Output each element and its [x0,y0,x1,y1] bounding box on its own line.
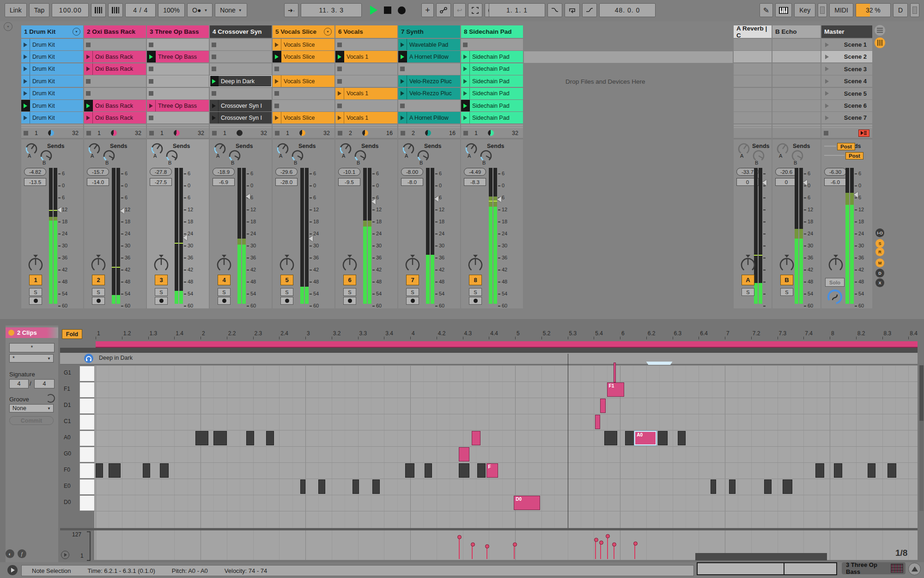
piano-key[interactable] [79,398,95,414]
send-b-knob[interactable] [290,148,305,165]
midi-note[interactable]: F [486,463,498,478]
return-clip-slot[interactable] [734,75,772,87]
send-b-knob[interactable] [790,148,805,165]
track-header[interactable]: 8 Sidechain Pad [461,25,523,38]
track-header[interactable]: 3 Three Op Bass [147,25,209,38]
solo-button[interactable]: S [218,288,231,296]
empty-clip-slot[interactable] [147,112,209,123]
empty-clip-slot[interactable] [273,63,334,75]
return-clip-slot[interactable] [772,75,821,87]
follow-icon[interactable]: ➔· [284,3,298,17]
velocity-marker[interactable] [514,545,515,559]
return-clip-slot[interactable] [734,112,772,123]
clip-box-toggle-2[interactable]: ƒ [18,549,26,558]
velocity-marker[interactable] [486,547,487,559]
ruler-label[interactable]: 3.2 [333,330,341,337]
clip-launch-button-playing[interactable] [398,51,407,62]
clip-slot[interactable]: Crossover Syn I [210,100,272,111]
ruler-label[interactable]: 6 [621,330,625,337]
clip-slot[interactable]: A Hornet Pillow [398,112,460,123]
clip-launch-button[interactable] [398,88,407,99]
midi-note[interactable] [372,480,380,494]
send-b-post-toggle[interactable]: Post [845,152,863,160]
ruler-label[interactable]: 8.3 [884,330,892,337]
time-signature-field[interactable]: 4 / 4 [125,3,156,17]
arm-record-button[interactable] [406,297,419,305]
fader-handle[interactable] [246,194,250,199]
empty-clip-slot[interactable] [335,39,397,50]
arm-record-button[interactable] [29,297,42,305]
midi-note[interactable] [160,463,169,478]
midi-note[interactable] [109,463,121,478]
scene-slot[interactable]: Scene 1 [821,39,872,50]
midi-note[interactable] [815,463,824,478]
ruler-label[interactable]: 7 [726,330,729,337]
arm-record-button[interactable] [280,297,293,305]
solo-button[interactable]: S [406,288,419,296]
solo-button[interactable]: S [469,288,482,296]
velocity-marker[interactable] [634,544,635,559]
volume-value[interactable]: -8.0 [401,178,423,186]
midi-note[interactable] [96,463,103,478]
send-b-knob[interactable] [164,148,179,165]
solo-button[interactable]: S [29,288,42,296]
solo-button[interactable]: S [343,288,356,296]
fader-handle[interactable] [497,197,501,202]
ruler-label[interactable]: 3.4 [385,330,393,337]
scene-launch-icon[interactable] [825,43,829,47]
zoom-scroll-widget[interactable] [697,562,837,575]
clip-slot[interactable]: Drum Kit [21,112,83,123]
piano-key[interactable] [79,414,95,430]
clip-slot[interactable]: Sidechain Pad [461,63,523,75]
clip-slot[interactable]: Drum Kit [21,39,83,50]
metronome-button[interactable]: O●▼ [187,3,213,17]
piano-key[interactable] [79,382,95,398]
midi-note[interactable] [658,431,668,445]
send-a-knob[interactable] [87,141,102,158]
solo-button[interactable]: S [280,288,293,296]
fader-handle[interactable] [371,199,376,204]
peak-level-value[interactable]: -10.1 [338,168,360,176]
scene-slot[interactable]: Scene 4 [821,75,872,87]
return-clip-slot[interactable] [734,63,772,75]
pan-knob[interactable] [778,254,796,276]
clip-lane-header[interactable]: Deep in Dark [60,353,918,365]
midi-note[interactable] [477,463,486,478]
solo-button[interactable]: S [742,288,754,296]
clip-launch-button[interactable] [461,75,470,87]
midi-note[interactable] [888,463,896,478]
clip-slot[interactable]: Sidechain Pad [461,51,523,62]
stop-all-clips-button[interactable] [149,131,154,135]
track-activator-button[interactable]: 5 [280,275,293,285]
clip-launch-button-playing[interactable] [21,100,30,111]
current-track-chip[interactable]: 3 Three Op Bass [842,562,906,574]
scene-launch-icon[interactable] [825,104,829,108]
ruler-label[interactable]: 4.2 [438,330,446,337]
peak-level-value[interactable]: -8.00 [401,168,423,176]
clip-slot[interactable]: Vocals 1 [335,112,397,123]
midi-note[interactable] [318,480,325,494]
fader-handle[interactable] [434,196,438,202]
clip-launch-button[interactable] [21,51,30,62]
empty-clip-slot[interactable] [84,75,146,87]
midi-note[interactable] [604,431,617,445]
fader-handle[interactable] [120,208,124,214]
return-clip-slot[interactable] [734,51,772,62]
ruler-label[interactable]: 7.3 [779,330,787,337]
pan-knob[interactable] [152,254,170,276]
clip-slot[interactable]: Velo-Rezzo Pluc [398,75,460,87]
midi-note[interactable] [678,431,686,445]
midi-note[interactable] [711,480,716,494]
mixer-section-toggle-s[interactable]: S [875,239,884,248]
solo-button[interactable]: S [92,288,105,296]
clip-slot[interactable]: Three Op Bass [147,100,209,111]
empty-clip-slot[interactable] [210,39,272,50]
scene-slot[interactable]: Scene 3 [821,63,872,75]
groove-refresh-icon[interactable] [46,394,55,403]
scene-slot[interactable]: Scene 7 [821,112,872,123]
return-track-header[interactable]: A Reverb | C [734,25,772,38]
volume-value[interactable]: -6.0 [824,178,846,186]
computer-midi-keyboard-icon[interactable] [775,3,792,17]
track-header[interactable]: 6 Vocals [335,25,397,38]
stop-all-clips-button[interactable] [86,131,91,135]
